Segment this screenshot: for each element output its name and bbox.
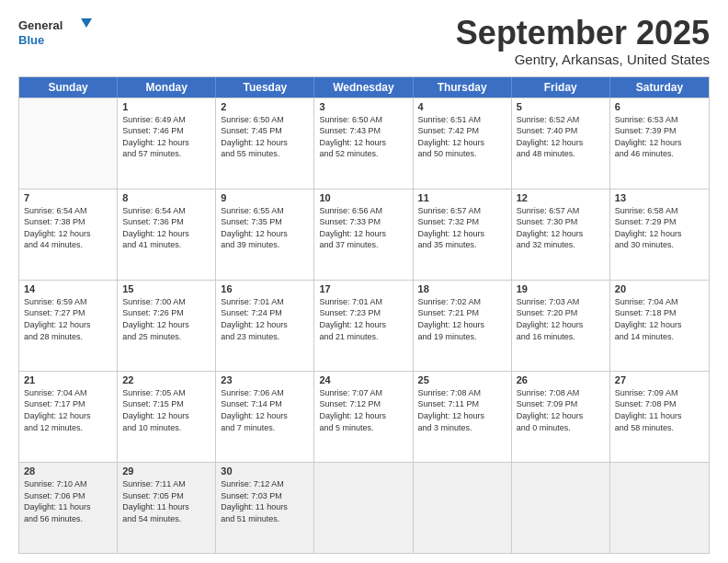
day-number: 22 <box>122 374 210 385</box>
day-info: Sunrise: 6:59 AM Sunset: 7:27 PM Dayligh… <box>24 296 112 342</box>
calendar-cell-1-5: 12Sunrise: 6:57 AM Sunset: 7:30 PM Dayli… <box>512 190 610 280</box>
calendar-cell-3-4: 25Sunrise: 7:08 AM Sunset: 7:11 PM Dayli… <box>414 372 512 462</box>
day-info: Sunrise: 6:53 AM Sunset: 7:39 PM Dayligh… <box>615 114 704 160</box>
title-block: September 2025 Gentry, Arkansas, United … <box>456 15 710 67</box>
calendar-cell-1-6: 13Sunrise: 6:58 AM Sunset: 7:29 PM Dayli… <box>610 190 709 280</box>
day-number: 27 <box>615 374 704 385</box>
day-info: Sunrise: 7:03 AM Sunset: 7:20 PM Dayligh… <box>517 296 605 342</box>
calendar-cell-1-4: 11Sunrise: 6:57 AM Sunset: 7:32 PM Dayli… <box>414 190 512 280</box>
day-info: Sunrise: 6:58 AM Sunset: 7:29 PM Dayligh… <box>615 205 704 251</box>
day-number: 17 <box>319 283 407 294</box>
day-number: 6 <box>615 101 704 112</box>
header-day-monday: Monday <box>118 77 216 98</box>
day-info: Sunrise: 6:54 AM Sunset: 7:38 PM Dayligh… <box>24 205 112 251</box>
calendar-cell-1-0: 7Sunrise: 6:54 AM Sunset: 7:38 PM Daylig… <box>19 190 118 280</box>
header-day-thursday: Thursday <box>414 77 512 98</box>
calendar-cell-3-5: 26Sunrise: 7:08 AM Sunset: 7:09 PM Dayli… <box>512 372 610 462</box>
day-number: 10 <box>319 192 407 203</box>
calendar-cell-2-2: 16Sunrise: 7:01 AM Sunset: 7:24 PM Dayli… <box>216 281 314 371</box>
day-number: 25 <box>418 374 506 385</box>
header-day-friday: Friday <box>512 77 610 98</box>
calendar-cell-1-2: 9Sunrise: 6:55 AM Sunset: 7:35 PM Daylig… <box>216 190 314 280</box>
svg-text:Blue: Blue <box>18 33 44 47</box>
day-info: Sunrise: 7:04 AM Sunset: 7:17 PM Dayligh… <box>24 387 112 433</box>
header-day-tuesday: Tuesday <box>216 77 314 98</box>
day-number: 29 <box>122 465 210 477</box>
location-subtitle: Gentry, Arkansas, United States <box>456 52 710 67</box>
day-info: Sunrise: 6:56 AM Sunset: 7:33 PM Dayligh… <box>319 205 407 251</box>
day-number: 20 <box>615 283 704 294</box>
day-number: 3 <box>319 101 407 112</box>
day-info: Sunrise: 7:10 AM Sunset: 7:06 PM Dayligh… <box>24 478 112 524</box>
day-number: 4 <box>418 101 506 112</box>
calendar-week-3: 14Sunrise: 6:59 AM Sunset: 7:27 PM Dayli… <box>19 280 709 371</box>
logo: General Blue <box>18 15 92 55</box>
calendar-cell-2-6: 20Sunrise: 7:04 AM Sunset: 7:18 PM Dayli… <box>610 281 709 371</box>
day-number: 14 <box>24 283 112 294</box>
day-info: Sunrise: 7:02 AM Sunset: 7:21 PM Dayligh… <box>418 296 506 342</box>
calendar-cell-1-1: 8Sunrise: 6:54 AM Sunset: 7:36 PM Daylig… <box>118 190 216 280</box>
calendar-cell-0-5: 5Sunrise: 6:52 AM Sunset: 7:40 PM Daylig… <box>512 98 610 189</box>
month-title: September 2025 <box>456 15 710 52</box>
day-info: Sunrise: 6:50 AM Sunset: 7:43 PM Dayligh… <box>319 114 407 160</box>
day-info: Sunrise: 7:06 AM Sunset: 7:14 PM Dayligh… <box>221 387 309 433</box>
day-number: 24 <box>319 374 407 385</box>
day-info: Sunrise: 7:01 AM Sunset: 7:23 PM Dayligh… <box>319 296 407 342</box>
day-number: 16 <box>221 283 309 294</box>
day-number: 12 <box>517 192 605 203</box>
day-info: Sunrise: 6:51 AM Sunset: 7:42 PM Dayligh… <box>418 114 506 160</box>
calendar-cell-2-4: 18Sunrise: 7:02 AM Sunset: 7:21 PM Dayli… <box>414 281 512 371</box>
day-number: 5 <box>517 101 605 112</box>
day-number: 1 <box>122 101 210 112</box>
calendar-cell-2-1: 15Sunrise: 7:00 AM Sunset: 7:26 PM Dayli… <box>118 281 216 371</box>
calendar-cell-0-2: 2Sunrise: 6:50 AM Sunset: 7:45 PM Daylig… <box>216 98 314 189</box>
day-info: Sunrise: 7:01 AM Sunset: 7:24 PM Dayligh… <box>221 296 309 342</box>
calendar-cell-4-1: 29Sunrise: 7:11 AM Sunset: 7:05 PM Dayli… <box>118 463 216 553</box>
calendar-cell-0-6: 6Sunrise: 6:53 AM Sunset: 7:39 PM Daylig… <box>610 98 709 189</box>
day-info: Sunrise: 7:09 AM Sunset: 7:08 PM Dayligh… <box>615 387 704 433</box>
day-info: Sunrise: 6:52 AM Sunset: 7:40 PM Dayligh… <box>517 114 605 160</box>
calendar-cell-3-1: 22Sunrise: 7:05 AM Sunset: 7:15 PM Dayli… <box>118 372 216 462</box>
logo-svg: General Blue <box>18 15 92 55</box>
day-number: 13 <box>615 192 704 203</box>
calendar-cell-1-3: 10Sunrise: 6:56 AM Sunset: 7:33 PM Dayli… <box>314 190 413 280</box>
header-day-saturday: Saturday <box>610 77 709 98</box>
day-number: 28 <box>24 465 112 477</box>
day-number: 30 <box>221 465 309 477</box>
calendar-cell-0-1: 1Sunrise: 6:49 AM Sunset: 7:46 PM Daylig… <box>118 98 216 189</box>
calendar-cell-4-3 <box>314 463 413 553</box>
calendar-cell-4-0: 28Sunrise: 7:10 AM Sunset: 7:06 PM Dayli… <box>19 463 118 553</box>
day-info: Sunrise: 7:00 AM Sunset: 7:26 PM Dayligh… <box>122 296 210 342</box>
svg-text:General: General <box>18 18 63 32</box>
calendar-cell-3-0: 21Sunrise: 7:04 AM Sunset: 7:17 PM Dayli… <box>19 372 118 462</box>
day-number: 19 <box>517 283 605 294</box>
day-info: Sunrise: 6:55 AM Sunset: 7:35 PM Dayligh… <box>221 205 309 251</box>
calendar-cell-4-2: 30Sunrise: 7:12 AM Sunset: 7:03 PM Dayli… <box>216 463 314 553</box>
calendar-week-1: 1Sunrise: 6:49 AM Sunset: 7:46 PM Daylig… <box>19 98 709 189</box>
calendar-cell-4-6 <box>610 463 709 553</box>
day-info: Sunrise: 7:05 AM Sunset: 7:15 PM Dayligh… <box>122 387 210 433</box>
calendar-body: 1Sunrise: 6:49 AM Sunset: 7:46 PM Daylig… <box>19 98 709 553</box>
day-info: Sunrise: 7:04 AM Sunset: 7:18 PM Dayligh… <box>615 296 704 342</box>
calendar-cell-0-0 <box>19 98 118 189</box>
page-header: General Blue September 2025 Gentry, Arka… <box>18 15 710 67</box>
day-info: Sunrise: 6:49 AM Sunset: 7:46 PM Dayligh… <box>122 114 210 160</box>
day-number: 7 <box>24 192 112 203</box>
calendar-cell-0-4: 4Sunrise: 6:51 AM Sunset: 7:42 PM Daylig… <box>414 98 512 189</box>
calendar-cell-3-2: 23Sunrise: 7:06 AM Sunset: 7:14 PM Dayli… <box>216 372 314 462</box>
day-info: Sunrise: 7:08 AM Sunset: 7:11 PM Dayligh… <box>418 387 506 433</box>
day-info: Sunrise: 7:11 AM Sunset: 7:05 PM Dayligh… <box>122 478 210 524</box>
day-number: 26 <box>517 374 605 385</box>
day-number: 9 <box>221 192 309 203</box>
day-info: Sunrise: 7:12 AM Sunset: 7:03 PM Dayligh… <box>221 478 309 524</box>
calendar-cell-0-3: 3Sunrise: 6:50 AM Sunset: 7:43 PM Daylig… <box>314 98 413 189</box>
day-number: 23 <box>221 374 309 385</box>
day-info: Sunrise: 6:50 AM Sunset: 7:45 PM Dayligh… <box>221 114 309 160</box>
calendar-cell-3-6: 27Sunrise: 7:09 AM Sunset: 7:08 PM Dayli… <box>610 372 709 462</box>
day-info: Sunrise: 7:08 AM Sunset: 7:09 PM Dayligh… <box>517 387 605 433</box>
day-number: 8 <box>122 192 210 203</box>
day-info: Sunrise: 7:07 AM Sunset: 7:12 PM Dayligh… <box>319 387 407 433</box>
day-info: Sunrise: 6:54 AM Sunset: 7:36 PM Dayligh… <box>122 205 210 251</box>
calendar-week-5: 28Sunrise: 7:10 AM Sunset: 7:06 PM Dayli… <box>19 462 709 553</box>
calendar-week-4: 21Sunrise: 7:04 AM Sunset: 7:17 PM Dayli… <box>19 371 709 462</box>
